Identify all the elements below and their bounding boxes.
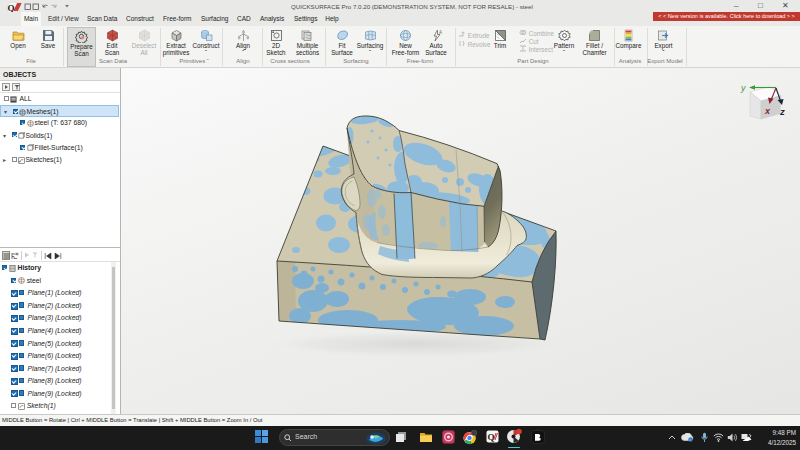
svg-text:x: x: [764, 106, 771, 116]
svg-text:A: A: [439, 30, 442, 35]
svg-text:Q: Q: [488, 432, 495, 442]
svg-text:z: z: [779, 106, 785, 117]
svg-text:y: y: [740, 83, 746, 93]
